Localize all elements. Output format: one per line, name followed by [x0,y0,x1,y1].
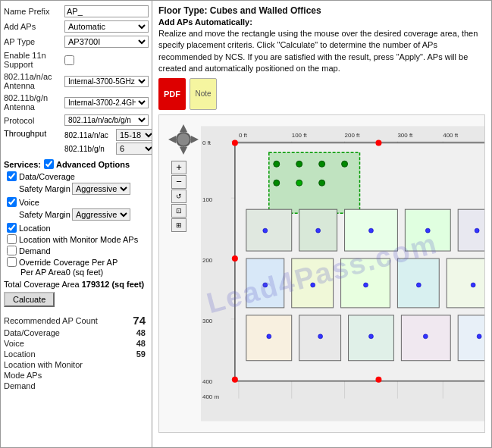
svg-text:200 ft: 200 ft [345,132,361,139]
demand-result-row: Demand [4,381,149,390]
demand-row: Demand [7,246,149,255]
zoom-reset-button[interactable]: ↺ [171,190,186,203]
svg-rect-47 [447,258,485,308]
ap-type-select[interactable]: AP3700I AP3700E [64,36,149,48]
svg-point-57 [475,228,479,233]
location-monitor-checkbox[interactable] [7,234,17,244]
throughput-row: Throughput 802.11a/n/ac 15-18 802.11b/g/… [4,129,149,156]
zoom-select-button[interactable]: ⊞ [171,218,186,232]
advanced-options-label: Advanced Options [56,160,130,169]
pdf-icon[interactable]: PDF [158,78,186,110]
svg-point-65 [368,334,373,338]
results-section: Recommended AP Count 74 Data/Coverage 48… [4,314,149,390]
services-label: Services: [4,160,41,169]
svg-rect-42 [458,209,485,251]
mode-aps-result-label: Mode APs [4,371,42,380]
location-checkbox[interactable] [7,223,17,233]
zoom-controls: + − ↺ ⊡ ⊞ [171,161,186,233]
svg-point-5 [177,133,190,146]
svg-text:400 ft: 400 ft [443,132,459,139]
note-icon[interactable]: Note [190,78,217,110]
svg-point-59 [311,283,315,287]
floor-type-header: Floor Type: Cubes and Walled Offices [158,5,485,16]
note-label: Note [195,89,211,98]
nav-control[interactable] [165,121,202,158]
svg-point-66 [423,334,428,338]
svg-rect-38 [246,209,292,251]
right-panel: Floor Type: Cubes and Walled Offices Add… [152,1,491,447]
floor-map-area[interactable]: Lead4Pass.com + [158,114,485,433]
voice-row: Voice [7,197,149,207]
advanced-options-checkbox[interactable] [44,159,54,169]
override-coverage-checkbox[interactable] [7,257,17,267]
safety-margin-voice-select[interactable]: Aggressive Normal [72,208,130,221]
name-prefix-label: Name Prefix [4,7,64,16]
demand-checkbox[interactable] [7,246,17,255]
throughput-bg-row: 802.11b/g/n 6 [64,143,152,155]
svg-text:100: 100 [202,196,213,203]
svg-point-58 [263,283,268,287]
zoom-fit-button[interactable]: ⊡ [171,204,186,218]
per-ap-area-label: Per AP Area0 (sq feet) [20,268,103,277]
safety-margin-voice-row: Safety Margin Aggressive Normal [19,208,149,221]
throughput-bg-select[interactable]: 6 [116,143,152,155]
voice-section: Voice Safety Margin Aggressive Normal [7,197,149,221]
svg-marker-4 [191,136,199,143]
voice-result-label: Voice [4,339,24,348]
location-monitor-row: Location with Monitor Mode APs [7,234,149,244]
location-monitor-label: Location with Monitor Mode APs [19,235,138,244]
svg-point-61 [416,283,421,287]
name-prefix-input[interactable] [64,5,149,17]
svg-point-34 [342,161,348,167]
svg-point-64 [318,334,323,338]
svg-point-56 [425,228,430,233]
recommended-ap-label: Recommended AP Count [4,316,98,325]
svg-marker-2 [180,147,187,155]
add-aps-title: Add APs Automatically: [158,17,485,27]
safety-margin-data-select[interactable]: Aggressive Normal [72,183,130,195]
data-coverage-checkbox[interactable] [7,171,17,181]
enable-11n-label: Enable 11n Support [4,51,64,69]
safety-margin-data-label: Safety Margin [19,184,72,193]
throughput-an-row: 802.11a/n/ac 15-18 [64,129,152,141]
total-coverage-value: 179312 (sq feet) [82,280,145,289]
name-prefix-row: Name Prefix [4,5,149,17]
antenna-an-row: 802.11a/n/acAntenna Internal-3700-5GHz [4,72,149,90]
recommended-ap-value: 74 [133,314,146,327]
protocol-label: Protocol [4,116,64,125]
throughput-an-select[interactable]: 15-18 [116,129,152,141]
voice-result-value: 48 [136,339,146,348]
svg-point-68 [232,139,238,146]
svg-point-37 [319,180,325,186]
zoom-in-button[interactable]: + [171,161,186,174]
voice-label: Voice [19,198,39,207]
enable-11n-row: Enable 11n Support [4,51,149,69]
protocol-select[interactable]: 802.11a/n/ac/b/g/n [64,114,149,126]
antenna-an-select[interactable]: Internal-3700-5GHz [64,76,149,87]
location-label: Location [19,224,51,233]
voice-checkbox[interactable] [7,197,17,207]
enable-11n-checkbox[interactable] [64,55,74,65]
svg-point-33 [319,161,325,167]
safety-margin-data-row: Safety Margin Aggressive Normal [19,183,149,195]
svg-text:300: 300 [202,317,213,324]
add-aps-label: Add APs [4,22,64,31]
mode-aps-result-row: Mode APs [4,371,149,380]
svg-point-36 [296,180,302,186]
description-text: Realize and move the rectangle using the… [158,28,484,75]
data-coverage-label: Data/Coverage [19,172,75,181]
add-aps-row: Add APs Automatic Manual [4,20,149,33]
ap-type-label: AP Type [4,37,64,46]
svg-text:0 ft: 0 ft [202,139,212,146]
zoom-out-button[interactable]: − [171,175,186,189]
svg-point-71 [232,255,238,262]
svg-point-32 [296,161,302,167]
per-ap-area-row: Per AP Area0 (sq feet) [20,268,149,277]
main-container: Name Prefix Add APs Automatic Manual AP … [0,0,492,448]
antenna-bg-select[interactable]: Internal-3700-2.4GHz [64,97,149,108]
calculate-button[interactable]: Calcuate [4,292,55,307]
svg-point-73 [232,376,238,382]
svg-point-54 [316,228,321,233]
add-aps-select[interactable]: Automatic Manual [64,20,149,33]
demand-result-label: Demand [4,381,36,390]
